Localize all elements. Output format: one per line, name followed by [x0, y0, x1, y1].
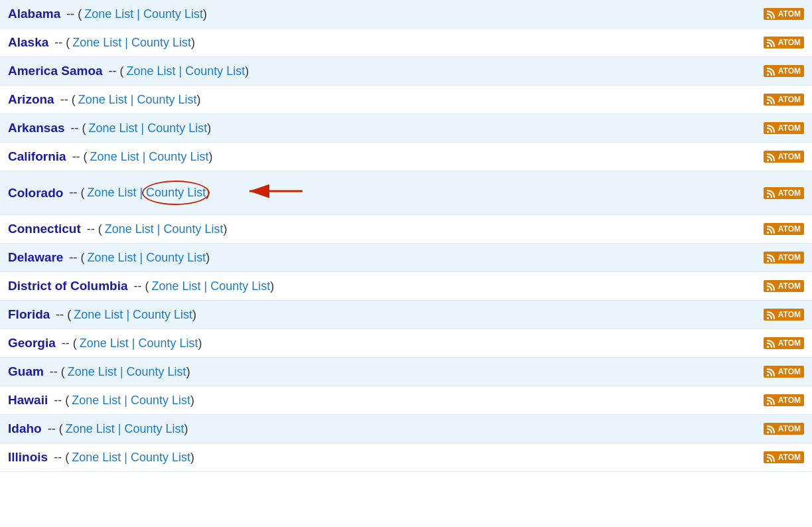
county-list-link[interactable]: County List — [143, 7, 203, 21]
svg-rect-7 — [767, 196, 769, 198]
state-name-link[interactable]: District of Columbia — [8, 279, 128, 293]
county-list-link[interactable]: County List — [131, 36, 191, 50]
atom-badge[interactable]: ATOM — [764, 8, 804, 20]
zone-list-link[interactable]: Zone List — [87, 186, 136, 200]
county-list-link[interactable]: County List — [131, 451, 190, 465]
atom-label: ATOM — [778, 123, 801, 133]
atom-badge[interactable]: ATOM — [764, 337, 804, 349]
zone-list-link[interactable]: Zone List — [66, 422, 115, 436]
atom-badge[interactable]: ATOM — [764, 37, 804, 48]
row-content: Florida -- ( Zone List | County List ) — [8, 307, 764, 322]
atom-badge[interactable]: ATOM — [764, 94, 804, 106]
row-content: Delaware -- ( Zone List | County List ) — [8, 250, 764, 265]
county-list-link[interactable]: County List — [131, 394, 190, 408]
state-name-link[interactable]: Idaho — [8, 421, 42, 436]
zone-list-link[interactable]: Zone List — [74, 308, 123, 322]
svg-rect-8 — [767, 232, 769, 234]
atom-badge[interactable]: ATOM — [764, 151, 804, 163]
atom-badge[interactable]: ATOM — [764, 451, 804, 463]
zone-list-link[interactable]: Zone List — [72, 36, 121, 50]
zone-list-link[interactable]: Zone List — [72, 394, 121, 408]
zone-list-link[interactable]: Zone List — [72, 451, 121, 465]
county-list-link[interactable]: County List — [127, 365, 186, 379]
pipe-separator: | — [132, 337, 135, 350]
county-list-link[interactable]: County List — [149, 150, 208, 164]
state-name-link[interactable]: Colorado — [8, 186, 63, 200]
list-row: Arizona -- ( Zone List | County List ) A… — [0, 86, 812, 114]
zone-list-link[interactable]: Zone List — [84, 7, 133, 21]
state-name-link[interactable]: Georgia — [8, 336, 56, 350]
pipe-separator: | — [124, 451, 127, 465]
atom-badge[interactable]: ATOM — [764, 187, 804, 199]
state-name-link[interactable]: Florida — [8, 307, 50, 322]
county-list-link[interactable]: County List — [146, 251, 206, 265]
row-content: Alaska -- ( Zone List | County List ) — [8, 35, 764, 50]
dash-separator: -- ( — [84, 222, 102, 236]
rss-icon — [767, 396, 776, 405]
row-content: Hawaii -- ( Zone List | County List ) — [8, 393, 764, 408]
zone-list-link[interactable]: Zone List — [90, 150, 139, 164]
rss-icon — [767, 339, 776, 348]
row-content: Idaho -- ( Zone List | County List ) — [8, 421, 764, 436]
state-name-link[interactable]: Guam — [8, 364, 44, 379]
state-name-link[interactable]: Alabama — [8, 7, 60, 21]
zone-list-link[interactable]: Zone List — [68, 365, 117, 379]
zone-list-link[interactable]: Zone List — [105, 222, 154, 236]
atom-badge[interactable]: ATOM — [764, 394, 804, 406]
atom-badge[interactable]: ATOM — [764, 252, 804, 264]
zone-list-link[interactable]: Zone List — [78, 93, 127, 107]
atom-badge[interactable]: ATOM — [764, 65, 804, 77]
county-list-link[interactable]: County List — [164, 222, 224, 236]
atom-label: ATOM — [778, 9, 801, 19]
close-paren: ) — [224, 222, 228, 236]
county-list-link[interactable]: County List — [185, 64, 245, 78]
county-list-link[interactable]: County List — [147, 121, 207, 135]
pipe-separator: | — [204, 279, 208, 293]
atom-label: ATOM — [778, 66, 801, 76]
county-list-link[interactable]: County List — [137, 93, 196, 107]
atom-badge[interactable]: ATOM — [764, 122, 804, 134]
state-name-link[interactable]: America Samoa — [8, 64, 103, 78]
atom-badge[interactable]: ATOM — [764, 423, 804, 435]
state-name-link[interactable]: Arizona — [8, 92, 54, 107]
dash-separator: -- ( — [66, 251, 84, 265]
atom-label: ATOM — [778, 310, 801, 319]
list-row: Guam -- ( Zone List | County List ) ATOM — [0, 358, 812, 386]
atom-badge[interactable]: ATOM — [764, 309, 804, 321]
dash-separator: -- ( — [58, 337, 77, 350]
state-name-link[interactable]: Connecticut — [8, 222, 81, 236]
dash-separator: -- ( — [105, 64, 124, 78]
county-list-link[interactable]: County List — [133, 308, 192, 322]
list-row: Illinois -- ( Zone List | County List ) … — [0, 443, 812, 472]
svg-rect-0 — [767, 17, 769, 19]
dash-separator: -- ( — [69, 150, 88, 164]
county-list-link[interactable]: County List — [124, 422, 184, 436]
close-paren: ) — [245, 64, 249, 78]
state-name-link[interactable]: Illinois — [8, 450, 48, 465]
list-row: Alabama -- ( Zone List | County List ) A… — [0, 0, 812, 29]
row-content: Arkansas -- ( Zone List | County List ) — [8, 121, 764, 135]
county-list-link[interactable]: County List — [146, 186, 206, 199]
rss-icon — [767, 224, 776, 234]
state-name-link[interactable]: Alaska — [8, 35, 48, 50]
county-list-link[interactable]: County List — [210, 279, 270, 293]
row-content: Colorado -- ( Zone List | County List ) — [8, 178, 764, 208]
zone-list-link[interactable]: Zone List — [87, 251, 136, 265]
atom-badge[interactable]: ATOM — [764, 366, 804, 378]
state-name-link[interactable]: Arkansas — [8, 121, 65, 135]
rss-icon — [767, 367, 776, 376]
close-paren: ) — [191, 36, 195, 50]
atom-label: ATOM — [778, 224, 801, 234]
zone-list-link[interactable]: Zone List — [152, 279, 201, 293]
close-paren: ) — [206, 251, 210, 265]
state-name-link[interactable]: Hawaii — [8, 393, 48, 408]
state-name-link[interactable]: California — [8, 149, 66, 164]
zone-list-link[interactable]: Zone List — [127, 64, 176, 78]
atom-badge[interactable]: ATOM — [764, 280, 804, 292]
state-name-link[interactable]: Delaware — [8, 250, 63, 265]
rss-icon — [767, 281, 776, 291]
atom-badge[interactable]: ATOM — [764, 223, 804, 235]
zone-list-link[interactable]: Zone List — [80, 337, 129, 350]
county-list-link[interactable]: County List — [139, 337, 198, 350]
zone-list-link[interactable]: Zone List — [89, 121, 138, 135]
